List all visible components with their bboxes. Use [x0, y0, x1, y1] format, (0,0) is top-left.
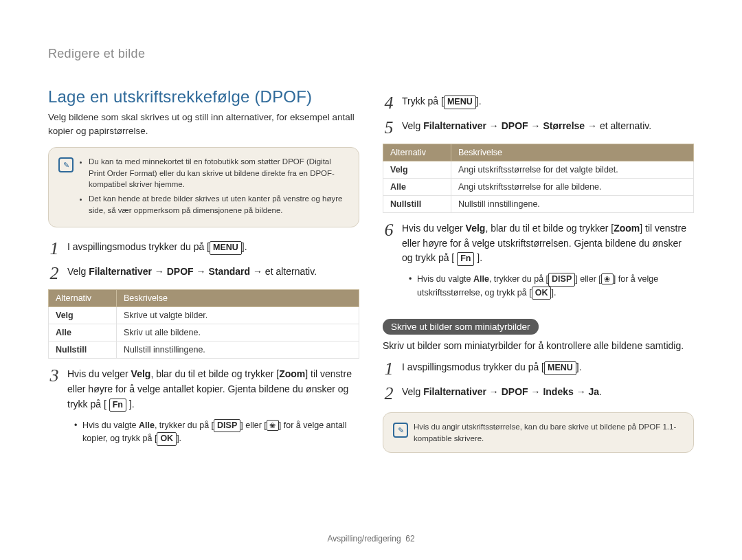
footer-pagenum: 62: [405, 534, 414, 544]
step-text-bold: Filalternativer → DPOF → Indeks → Ja: [423, 386, 599, 397]
cell-key: Nullstill: [49, 341, 117, 359]
step-text: Hvis du velger: [402, 223, 466, 234]
macro-icon: ❀: [267, 420, 279, 431]
page: Redigere et bilde Lage en utskriftsrekke…: [0, 0, 742, 560]
menu-key: MENU: [210, 241, 242, 255]
step-text-bold: Filalternativer → DPOF → Størrelse: [423, 120, 585, 131]
step-text: Trykk på [: [402, 96, 444, 107]
step-num: 1: [383, 360, 395, 378]
step-num: 5: [383, 119, 395, 137]
step-text: → et alternativ.: [585, 120, 651, 131]
step-text: I avspillingsmodus trykker du på [: [67, 241, 210, 252]
step-num: 2: [48, 265, 60, 282]
step-body: Hvis du velger Velg, blar du til et bild…: [67, 367, 359, 412]
step-text: , blar du til et bilde og trykker [: [150, 368, 279, 379]
note-icon: ✎: [58, 157, 74, 172]
step-body: I avspillingsmodus trykker du på [MENU].: [67, 240, 247, 258]
cell-key: Nullstill: [383, 196, 451, 213]
th-alternativ: Alternativ: [383, 144, 451, 161]
fn-key: Fn: [457, 252, 474, 266]
info-box-2: ✎ Hvis du angir utskriftsstørrelse, kan …: [383, 412, 694, 453]
step-text: Velg: [402, 120, 423, 131]
step-text: Hvis du velger: [67, 368, 131, 379]
thumb-step-1: 1 I avspillingsmodus trykker du på [MENU…: [383, 360, 694, 378]
disp-key: DISP: [214, 419, 240, 433]
step-body: Hvis du velger Velg, blar du til et bild…: [402, 221, 694, 266]
info-box-1: ✎ Du kan ta med minnekortet til en fotob…: [48, 147, 359, 227]
step-body: Velg Filalternativer → DPOF → Standard →…: [67, 265, 317, 282]
step-num: 4: [383, 94, 395, 112]
cell-key: Alle: [49, 324, 117, 341]
table-row: NullstillNullstill innstillingene.: [383, 196, 694, 213]
step-text: ].: [474, 252, 482, 263]
step-text: ].: [242, 241, 247, 252]
step-text-bold: Velg: [466, 223, 486, 234]
table-row: AlleSkriv ut alle bildene.: [49, 324, 359, 341]
table-row: VelgSkrive ut valgte bilder.: [49, 307, 359, 324]
step-text: I avspillingsmodus trykker du på [: [402, 361, 544, 372]
step-text: → et alternativ.: [250, 266, 317, 277]
options-table-1: Alternativ Beskrivelse VelgSkrive ut val…: [48, 289, 359, 359]
step-num: 1: [48, 240, 60, 258]
step-num: 3: [48, 367, 60, 412]
ok-key: OK: [157, 432, 177, 446]
note-icon: ✎: [393, 423, 408, 438]
thumbnail-body: Skriv ut bilder som miniatyrbilder for å…: [383, 339, 694, 353]
step-num: 6: [383, 221, 395, 266]
step-text-bold: Filalternativer → DPOF → Standard: [89, 266, 250, 277]
bullet-text: ] eller [: [575, 274, 601, 284]
menu-key: MENU: [544, 361, 576, 375]
bullet-text: , trykker du på [: [489, 274, 548, 284]
step-6: 6 Hvis du velger Velg, blar du til et bi…: [383, 221, 694, 266]
section-title: Lage en utskriftsrekkefølge (DPOF): [48, 87, 359, 107]
page-footer: Avspilling/redigering 62: [0, 534, 742, 544]
step-3-bullet: Hvis du valgte Alle, trykker du på [DISP…: [74, 419, 359, 446]
step-body: I avspillingsmodus trykker du på [MENU].: [402, 360, 582, 378]
step-text: ].: [476, 96, 482, 107]
cell-key: Alle: [383, 179, 451, 196]
step-text: ].: [576, 361, 582, 372]
info1-item: Det kan hende at brede bilder skrives ut…: [89, 193, 348, 216]
spacer: [383, 75, 694, 90]
cell-val: Skrive ut valgte bilder.: [117, 307, 359, 324]
step-body: Trykk på [MENU].: [402, 94, 482, 112]
cell-val: Angi utskriftsstørrelse for det valgte b…: [451, 161, 694, 179]
step-num: 2: [383, 385, 395, 403]
info-box-2-text: Hvis du angir utskriftsstørrelse, kan du…: [414, 421, 682, 444]
step-text: .: [599, 386, 602, 397]
bullet-text: Hvis du valgte: [82, 421, 139, 430]
right-column: 4 Trykk på [MENU]. 5 Velg Filalternative…: [383, 75, 694, 465]
cell-val: Nullstill innstillingene.: [117, 341, 359, 359]
table-row: NullstillNullstill innstillingene.: [49, 341, 359, 359]
bullet-text-bold: Alle: [473, 274, 489, 284]
step-4: 4 Trykk på [MENU].: [383, 94, 694, 112]
step-1: 1 I avspillingsmodus trykker du på [MENU…: [48, 240, 359, 258]
step-text: Velg: [402, 386, 423, 397]
thumb-step-2: 2 Velg Filalternativer → DPOF → Indeks →…: [383, 385, 694, 403]
th-beskrivelse: Beskrivelse: [117, 290, 359, 307]
footer-section: Avspilling/redigering: [327, 534, 401, 544]
bullet-text: ] eller [: [240, 421, 267, 430]
step-text: Velg: [67, 266, 89, 277]
macro-icon: ❀: [601, 273, 614, 284]
cell-val: Angi utskriftsstørrelse for alle bildene…: [451, 179, 694, 196]
step-3: 3 Hvis du velger Velg, blar du til et bi…: [48, 367, 359, 412]
fn-key: Fn: [109, 399, 126, 412]
ok-key: OK: [532, 287, 552, 300]
left-column: Lage en utskriftsrekkefølge (DPOF) Velg …: [48, 75, 359, 465]
bullet-text: ].: [177, 434, 181, 443]
bullet-text: Hvis du valgte: [417, 274, 473, 284]
step-text: ].: [126, 399, 135, 410]
info-box-1-text: Du kan ta med minnekortet til en fotobut…: [79, 156, 348, 219]
section-intro: Velg bildene som skal skrives ut og stil…: [48, 111, 359, 137]
cell-key: Velg: [49, 307, 117, 324]
th-alternativ: Alternativ: [49, 290, 117, 307]
bullet-text: , trykker du på [: [155, 421, 214, 430]
disp-key: DISP: [548, 273, 575, 287]
cell-val: Skriv ut alle bildene.: [117, 324, 359, 341]
table-row: AlleAngi utskriftsstørrelse for alle bil…: [383, 179, 694, 196]
step-body: Velg Filalternativer → DPOF → Størrelse …: [402, 119, 651, 137]
bullet-text-bold: Alle: [139, 421, 155, 430]
content-columns: Lage en utskriftsrekkefølge (DPOF) Velg …: [48, 75, 694, 465]
step-5: 5 Velg Filalternativer → DPOF → Størrels…: [383, 119, 694, 137]
